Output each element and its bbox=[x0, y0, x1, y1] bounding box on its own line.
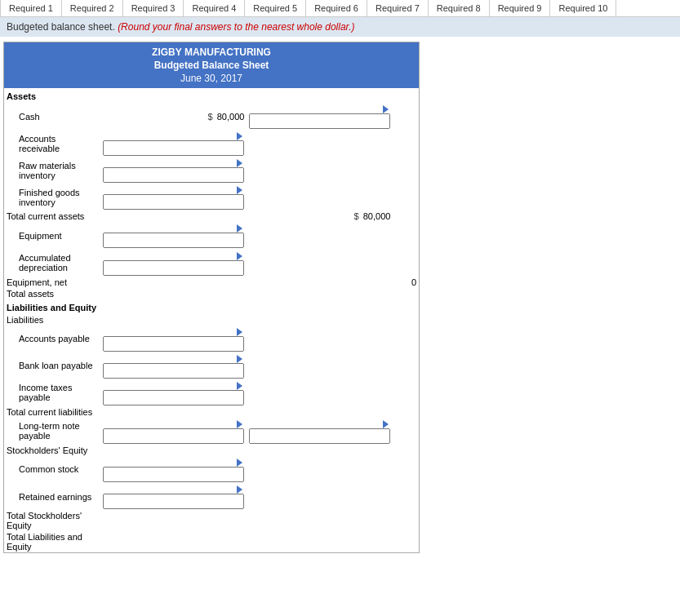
eq-mid1[interactable] bbox=[100, 222, 247, 249]
cs-mid2 bbox=[247, 456, 393, 483]
ap-mid2 bbox=[247, 326, 393, 352]
ta-mid2 bbox=[247, 288, 393, 299]
ar-arrow-icon bbox=[237, 132, 242, 140]
tse-mid1 bbox=[100, 510, 247, 531]
assets-header-row: Assets bbox=[4, 88, 419, 103]
income-taxes-row: Income taxes payable bbox=[4, 379, 419, 406]
bl-arrow-icon bbox=[237, 355, 242, 363]
finished-goods-row: Finished goods inventory bbox=[4, 184, 419, 211]
cs-right bbox=[393, 456, 419, 483]
cash-value-display: 80,000 bbox=[217, 112, 245, 122]
raw-materials-label: Raw materials inventory bbox=[4, 157, 100, 184]
liabilities-sub-header: Liabilities bbox=[4, 314, 419, 326]
bl-right bbox=[393, 352, 419, 379]
finished-goods-label: Finished goods inventory bbox=[4, 184, 100, 211]
bl-input[interactable] bbox=[103, 363, 244, 379]
tab-required-10[interactable]: Required 10 bbox=[550, 0, 616, 16]
accum-dep-label: Accumulated depreciation bbox=[4, 249, 100, 276]
cs-mid1[interactable] bbox=[100, 456, 247, 483]
tab-required-6[interactable]: Required 6 bbox=[306, 0, 367, 16]
tle-mid2 bbox=[247, 531, 393, 552]
stockholders-equity-label: Stockholders' Equity bbox=[4, 445, 100, 456]
tse-right bbox=[393, 510, 419, 531]
ap-mid1[interactable] bbox=[100, 326, 247, 352]
cs-arrow-icon bbox=[237, 459, 242, 467]
re-input[interactable] bbox=[103, 494, 244, 509]
it-input[interactable] bbox=[103, 390, 244, 405]
total-assets-label: Total assets bbox=[4, 288, 100, 299]
instruction-bar: Budgeted balance sheet. (Round your fina… bbox=[0, 17, 680, 37]
ar-mid2 bbox=[247, 130, 393, 157]
ar-input[interactable] bbox=[103, 140, 244, 156]
fg-arrow-icon bbox=[237, 186, 242, 194]
tse-mid2 bbox=[247, 510, 393, 531]
ad-input[interactable] bbox=[103, 260, 244, 276]
eq-mid2 bbox=[247, 222, 393, 249]
eq-input[interactable] bbox=[103, 233, 244, 248]
ar-mid1[interactable] bbox=[100, 130, 247, 157]
rm-arrow-icon bbox=[237, 159, 242, 167]
liabilities-equity-label: Liabilities and Equity bbox=[4, 299, 100, 314]
en-mid1 bbox=[100, 277, 247, 288]
ltn-mid1[interactable] bbox=[100, 418, 247, 445]
rm-input[interactable] bbox=[103, 167, 244, 183]
sheet-header: ZIGBY MANUFACTURING Budgeted Balance She… bbox=[4, 42, 419, 88]
income-taxes-label: Income taxes payable bbox=[4, 379, 100, 406]
total-liabilities-equity-row: Total Liabilities and Equity bbox=[4, 531, 419, 552]
tab-required-1[interactable]: Required 1 bbox=[0, 0, 62, 16]
report-date: June 30, 2017 bbox=[4, 72, 419, 86]
rm-mid1[interactable] bbox=[100, 157, 247, 184]
total-stockholders-equity-row: Total Stockholders' Equity bbox=[4, 510, 419, 531]
cs-input[interactable] bbox=[103, 467, 244, 482]
re-arrow-icon bbox=[237, 485, 242, 494]
tca-mid1 bbox=[100, 211, 247, 222]
stockholders-equity-header: Stockholders' Equity bbox=[4, 445, 419, 456]
fg-right bbox=[393, 184, 419, 211]
assets-col3 bbox=[393, 88, 419, 103]
tab-required-7[interactable]: Required 7 bbox=[367, 0, 429, 16]
tab-required-4[interactable]: Required 4 bbox=[184, 0, 245, 16]
tabs-container: Required 1 Required 2 Required 3 Require… bbox=[0, 0, 680, 17]
ltn-mid-input[interactable] bbox=[249, 428, 390, 444]
ap-right bbox=[393, 326, 419, 352]
tca-value: 80,000 bbox=[363, 211, 391, 221]
tle-right bbox=[393, 531, 419, 552]
re-mid1[interactable] bbox=[100, 483, 247, 510]
ta-mid1 bbox=[100, 288, 247, 299]
it-mid1[interactable] bbox=[100, 379, 247, 406]
tca-dollar-sign: $ bbox=[354, 211, 359, 221]
fg-mid1[interactable] bbox=[100, 184, 247, 211]
fg-input[interactable] bbox=[103, 194, 244, 210]
cash-input[interactable] bbox=[249, 113, 390, 129]
total-assets-row: Total assets bbox=[4, 288, 419, 299]
ap-input[interactable] bbox=[103, 336, 244, 352]
cash-arrow-icon bbox=[383, 105, 389, 113]
common-stock-row: Common stock bbox=[4, 456, 419, 483]
it-arrow-icon bbox=[237, 382, 242, 390]
tab-required-3[interactable]: Required 3 bbox=[123, 0, 184, 16]
ltn-input[interactable] bbox=[103, 428, 244, 444]
tab-required-8[interactable]: Required 8 bbox=[429, 0, 490, 16]
ltn-mid2[interactable] bbox=[247, 418, 393, 445]
cash-dollar-cell: $ 80,000 bbox=[100, 103, 247, 130]
tca-mid2: $ 80,000 bbox=[247, 211, 393, 222]
long-term-note-label: Long-term note payable bbox=[4, 418, 100, 445]
accum-depreciation-row: Accumulated depreciation bbox=[4, 249, 419, 276]
total-current-liabilities-row: Total current liabilities bbox=[4, 406, 419, 418]
common-stock-label: Common stock bbox=[4, 456, 100, 483]
ad-mid1[interactable] bbox=[100, 249, 247, 276]
tab-required-5[interactable]: Required 5 bbox=[245, 0, 306, 16]
instruction-prefix: Budgeted balance sheet. bbox=[7, 21, 115, 33]
accounts-receivable-row: Accounts receivable bbox=[4, 130, 419, 157]
tab-required-2[interactable]: Required 2 bbox=[62, 0, 123, 16]
tcl-mid1 bbox=[100, 406, 247, 418]
cash-input-cell[interactable] bbox=[247, 103, 393, 130]
cash-row: Cash $ 80,000 bbox=[4, 103, 419, 130]
report-title: Budgeted Balance Sheet bbox=[4, 59, 419, 72]
bl-mid1[interactable] bbox=[100, 352, 247, 379]
tab-required-9[interactable]: Required 9 bbox=[490, 0, 551, 16]
raw-materials-row: Raw materials inventory bbox=[4, 157, 419, 184]
ad-right bbox=[393, 249, 419, 276]
ad-mid2 bbox=[247, 249, 393, 276]
assets-col1 bbox=[100, 88, 247, 103]
